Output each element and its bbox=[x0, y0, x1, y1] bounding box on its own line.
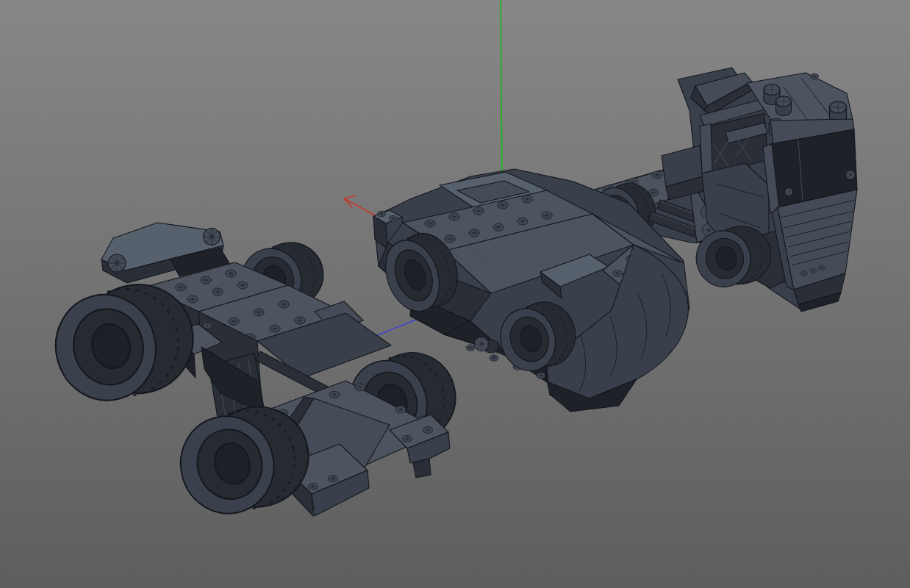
viewport-canvas[interactable] bbox=[0, 0, 910, 588]
